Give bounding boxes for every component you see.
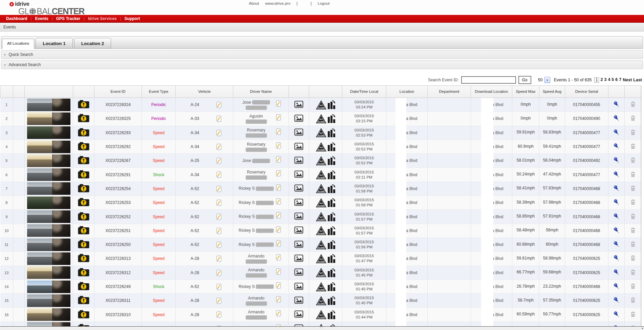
pushpin-icon[interactable] — [613, 227, 620, 233]
snapshot-image-icon[interactable] — [294, 283, 303, 290]
snapshot-image-icon[interactable] — [294, 184, 303, 192]
page-link-1[interactable]: 1 — [594, 77, 599, 83]
search-event-id-input[interactable] — [461, 76, 516, 84]
event-video-thumbnail[interactable] — [27, 154, 70, 167]
event-video-thumbnail[interactable] — [27, 252, 70, 265]
edit-driver-icon[interactable] — [276, 142, 281, 149]
trash-icon[interactable] — [630, 255, 636, 261]
pushpin-icon[interactable] — [613, 269, 620, 275]
camera-icon[interactable] — [78, 212, 90, 221]
score-chart-icon[interactable] — [327, 114, 336, 123]
edit-vehicle-icon[interactable] — [216, 242, 221, 248]
edit-vehicle-icon[interactable] — [216, 200, 221, 206]
event-video-thumbnail[interactable] — [27, 239, 70, 251]
event-video-thumbnail[interactable] — [27, 126, 70, 139]
edit-vehicle-icon[interactable] — [216, 186, 221, 192]
event-video-thumbnail[interactable] — [27, 99, 70, 111]
edit-vehicle-icon[interactable] — [216, 158, 221, 164]
event-video-thumbnail[interactable] — [27, 168, 70, 181]
edit-driver-icon[interactable] — [276, 282, 281, 289]
pushpin-icon[interactable] — [613, 171, 620, 178]
page-link-4[interactable]: 4 — [608, 77, 610, 83]
edit-vehicle-icon[interactable] — [216, 130, 221, 136]
edit-vehicle-icon[interactable] — [216, 270, 221, 276]
horizontal-scrollbar[interactable]: ··· ▸ — [0, 326, 644, 330]
camera-icon[interactable] — [78, 268, 90, 277]
page-link-5[interactable]: 5 — [611, 77, 614, 83]
trash-icon[interactable] — [630, 129, 636, 135]
camera-icon[interactable] — [78, 324, 90, 326]
edit-driver-icon[interactable] — [276, 128, 281, 135]
page-link-7[interactable]: 7 — [619, 77, 621, 83]
event-video-thumbnail[interactable] — [27, 182, 70, 195]
score-chart-icon[interactable] — [327, 268, 336, 277]
edit-vehicle-icon[interactable] — [216, 171, 221, 178]
trash-icon[interactable] — [630, 213, 636, 219]
snapshot-image-icon[interactable] — [294, 199, 303, 206]
camera-icon[interactable] — [78, 142, 90, 151]
score-chart-icon[interactable] — [327, 254, 336, 263]
event-video-thumbnail[interactable] — [27, 224, 70, 237]
score-chart-icon[interactable] — [327, 128, 336, 138]
edit-vehicle-icon[interactable] — [216, 144, 221, 150]
snapshot-image-icon[interactable] — [294, 143, 303, 150]
snapshot-image-icon[interactable] — [294, 296, 303, 304]
trash-icon[interactable] — [630, 283, 636, 289]
snapshot-image-icon[interactable] — [294, 115, 303, 122]
pushpin-icon[interactable] — [613, 143, 620, 149]
camera-icon[interactable] — [78, 295, 90, 305]
pushpin-icon[interactable] — [613, 283, 620, 289]
camera-icon[interactable] — [78, 114, 90, 123]
trash-icon[interactable] — [630, 227, 636, 233]
tab-location-1[interactable]: Location 1 — [36, 38, 73, 49]
nav-item-gps-tracker[interactable]: GPS Tracker — [53, 16, 84, 21]
trash-icon[interactable] — [630, 157, 636, 163]
score-chart-icon[interactable] — [327, 142, 336, 151]
page-link-2[interactable]: 2 — [600, 77, 603, 83]
score-chart-icon[interactable] — [327, 156, 336, 165]
pushpin-icon[interactable] — [613, 185, 620, 191]
edit-vehicle-icon[interactable] — [216, 228, 221, 234]
camera-icon[interactable] — [78, 156, 90, 165]
go-button[interactable]: Go — [518, 76, 531, 84]
pushpin-icon[interactable] — [613, 157, 620, 163]
nav-item-support[interactable]: Support — [121, 16, 144, 21]
snapshot-image-icon[interactable] — [294, 254, 303, 262]
event-video-thumbnail[interactable] — [27, 281, 70, 293]
quick-search-panel[interactable]: ▸ Quick Search — [1, 50, 643, 59]
score-chart-icon[interactable] — [327, 170, 336, 180]
nav-item-dashboard[interactable]: Dashboard — [3, 16, 31, 21]
snapshot-image-icon[interactable] — [294, 310, 303, 318]
score-chart-icon[interactable] — [327, 198, 336, 207]
pushpin-icon[interactable] — [613, 213, 620, 220]
page-size-select[interactable]: 50 ▼ — [536, 77, 550, 83]
score-chart-icon[interactable] — [327, 282, 336, 291]
snapshot-image-icon[interactable] — [294, 101, 303, 108]
edit-vehicle-icon[interactable] — [216, 116, 221, 122]
scrollbar-grip[interactable]: ··· — [320, 326, 324, 329]
advanced-search-panel[interactable]: ▸ Advanced Search — [1, 60, 643, 69]
edit-vehicle-icon[interactable] — [216, 297, 221, 304]
edit-driver-icon[interactable] — [276, 212, 281, 219]
edit-vehicle-icon[interactable] — [216, 102, 221, 108]
score-chart-icon[interactable] — [327, 310, 336, 319]
event-video-thumbnail[interactable] — [27, 210, 70, 223]
edit-driver-icon[interactable] — [276, 100, 281, 107]
last-page-link[interactable]: Last — [633, 78, 642, 82]
camera-icon[interactable] — [78, 184, 90, 193]
pushpin-icon[interactable] — [613, 297, 620, 303]
pushpin-icon[interactable] — [613, 241, 620, 247]
trash-icon[interactable] — [630, 269, 636, 275]
snapshot-image-icon[interactable] — [294, 170, 303, 178]
snapshot-image-icon[interactable] — [294, 128, 303, 136]
scrollbar-right-arrow-icon[interactable]: ▸ — [642, 327, 643, 330]
score-chart-icon[interactable] — [327, 324, 336, 326]
snapshot-image-icon[interactable] — [294, 212, 303, 220]
camera-icon[interactable] — [78, 128, 90, 137]
edit-vehicle-icon[interactable] — [216, 284, 221, 290]
edit-driver-icon[interactable] — [276, 268, 281, 275]
event-video-thumbnail[interactable] — [27, 294, 70, 307]
edit-driver-icon[interactable] — [276, 114, 281, 121]
event-video-thumbnail[interactable] — [27, 141, 70, 153]
edit-driver-icon[interactable] — [276, 198, 281, 205]
